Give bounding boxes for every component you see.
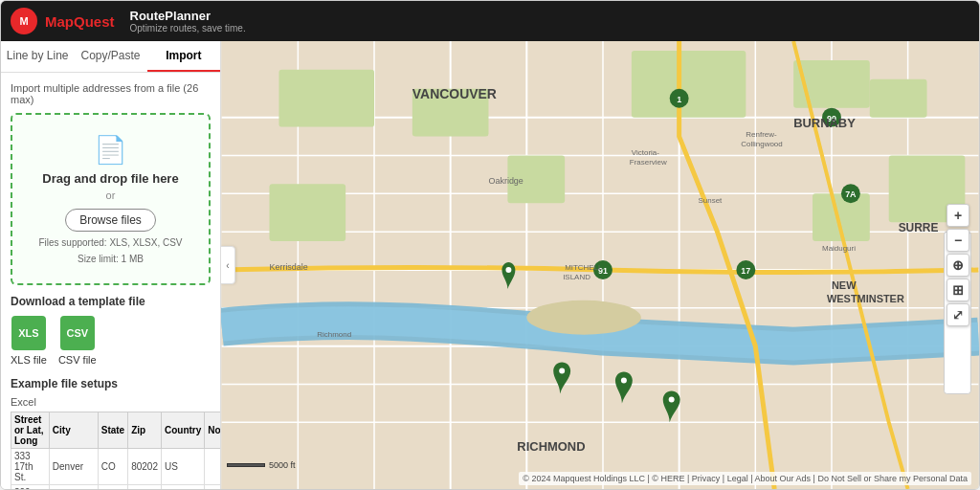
svg-text:WESTMINSTER: WESTMINSTER [827, 293, 904, 304]
template-buttons: XLS XLS file CSV CSV file [11, 316, 211, 366]
svg-text:Collingwood: Collingwood [741, 140, 782, 148]
map-area[interactable]: ‹ [221, 41, 979, 489]
scale-label: 5000 ft [269, 460, 296, 470]
size-limit: Size limit: 1 MB [22, 254, 199, 264]
example-table: Street or Lat, Long City State Zip Count… [11, 412, 221, 489]
cell: 17601 [128, 485, 162, 490]
cell: 333 17th St. [11, 449, 50, 485]
svg-rect-26 [269, 184, 345, 241]
svg-point-29 [526, 301, 640, 335]
example-label: Example file setups [11, 377, 211, 390]
col-zip: Zip [128, 412, 162, 449]
cell: PA [98, 485, 127, 490]
collapse-panel-button[interactable]: ‹ [221, 246, 235, 284]
svg-text:RICHMOND: RICHMOND [517, 439, 585, 454]
cell [205, 449, 221, 485]
table-row: 333 17th St. Denver CO 80202 US [11, 449, 222, 485]
tab-copy-paste[interactable]: Copy/Paste [74, 41, 146, 72]
cell: Denver [49, 449, 98, 485]
logo-text: MapQuest [45, 13, 115, 30]
col-street: Street or Lat, Long [11, 412, 50, 449]
svg-rect-24 [870, 79, 927, 118]
svg-text:Victoria-: Victoria- [632, 148, 659, 157]
logo-text-part1: Map [45, 13, 74, 30]
svg-text:ISLAND: ISLAND [563, 273, 590, 281]
xls-label: XLS file [11, 354, 47, 366]
file-support: Files supported: XLS, XLSX, CSV [22, 237, 199, 248]
svg-point-41 [621, 377, 627, 383]
tab-import[interactable]: Import [147, 41, 220, 72]
zoom-in-button[interactable]: + [947, 204, 969, 227]
svg-text:BURNABY: BURNABY [793, 116, 856, 130]
svg-text:MITCHELL: MITCHELL [565, 263, 603, 272]
logo-badge: M [11, 8, 37, 34]
browse-button[interactable]: Browse files [65, 209, 156, 232]
tabs: Line by Line Copy/Paste Import [1, 41, 220, 73]
fullscreen-button[interactable]: ⤢ [947, 303, 969, 326]
cell: Lancaster [49, 485, 98, 490]
svg-text:Maiduguri: Maiduguri [822, 244, 856, 253]
xls-template-button[interactable]: XLS XLS file [11, 316, 47, 366]
tab-line-by-line[interactable]: Line by Line [1, 41, 74, 72]
template-section: Download a template file XLS XLS file CS… [11, 295, 211, 366]
map-controls: + − ⊕ ⊞ ⤢ [947, 204, 969, 326]
col-country: Country [161, 412, 204, 449]
svg-text:17: 17 [741, 266, 750, 276]
svg-text:Richmond: Richmond [317, 330, 351, 339]
svg-point-42 [669, 396, 675, 402]
svg-text:Sunset: Sunset [699, 196, 724, 205]
svg-point-40 [559, 368, 565, 374]
app-container: M MapQuest RoutePlanner Optimize routes,… [0, 0, 980, 490]
cell: work [205, 485, 221, 490]
drop-text: Drag and drop file here [22, 171, 199, 186]
locate-button[interactable]: ⊕ [947, 254, 969, 277]
logo-text-part2: Quest [74, 13, 115, 30]
logo-area: M MapQuest RoutePlanner Optimize routes,… [11, 8, 246, 34]
route-planner-area: RoutePlanner Optimize routes, save time. [130, 9, 246, 33]
drop-icon: 📄 [22, 134, 199, 166]
svg-text:Kerrisdale: Kerrisdale [269, 262, 307, 272]
left-panel: Line by Line Copy/Paste Import Import mu… [1, 41, 221, 489]
layers-button[interactable]: ⊞ [947, 278, 969, 301]
drop-zone[interactable]: 📄 Drag and drop file here or Browse file… [11, 113, 211, 285]
import-description: Import multiple addresses from a file (2… [11, 82, 211, 105]
csv-icon: CSV [60, 316, 95, 350]
example-sub-label: Excel [11, 396, 211, 408]
cell: 80202 [128, 449, 162, 485]
table-header-row: Street or Lat, Long City State Zip Count… [11, 412, 222, 449]
route-planner-subtitle: Optimize routes, save time. [130, 23, 246, 33]
scale-bar: 5000 ft [227, 460, 296, 470]
xls-icon: XLS [11, 316, 46, 350]
drop-or: or [22, 189, 199, 201]
zoom-out-button[interactable]: − [947, 229, 969, 252]
col-city: City [49, 412, 98, 449]
svg-text:Oakridge: Oakridge [488, 176, 523, 186]
route-planner-title: RoutePlanner [130, 9, 246, 23]
csv-template-button[interactable]: CSV CSV file [58, 316, 97, 366]
example-section: Example file setups Excel Street or Lat,… [11, 377, 211, 489]
svg-rect-20 [278, 70, 374, 127]
template-title: Download a template file [11, 295, 211, 308]
header: M MapQuest RoutePlanner Optimize routes,… [1, 1, 979, 41]
panel-content: Import multiple addresses from a file (2… [1, 73, 220, 489]
table-row: 300 Granite Run Dr. Lancaster PA 17601 U… [11, 485, 222, 490]
cell: 300 Granite Run Dr. [11, 485, 50, 490]
svg-text:Renfrew-: Renfrew- [746, 130, 777, 139]
col-notes: Notes [205, 412, 221, 449]
svg-point-43 [505, 267, 511, 273]
svg-text:7A: 7A [845, 189, 857, 199]
cell: US [161, 485, 204, 490]
cell: CO [98, 449, 127, 485]
svg-rect-22 [632, 51, 746, 118]
map-svg: 1 99 91 17 7A VANCOUVER [221, 41, 979, 489]
col-state: State [98, 412, 127, 449]
svg-text:1: 1 [677, 95, 681, 104]
map-footer: © 2024 Mapquest Holdings LLC | © HERE | … [519, 472, 971, 485]
svg-text:Fraserview: Fraserview [630, 158, 667, 167]
cell: US [161, 449, 204, 485]
svg-text:SURRE: SURRE [899, 221, 939, 234]
main-content: Line by Line Copy/Paste Import Import mu… [1, 41, 979, 489]
svg-text:VANCOUVER: VANCOUVER [412, 86, 497, 101]
svg-text:NEW: NEW [832, 279, 857, 291]
csv-label: CSV file [58, 354, 97, 366]
